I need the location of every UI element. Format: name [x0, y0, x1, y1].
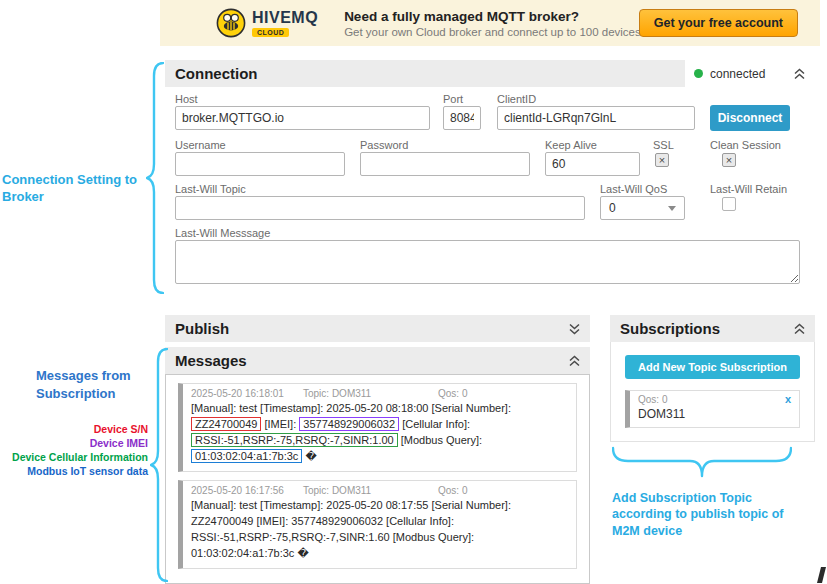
annotation-device-imei: Device IMEI [90, 437, 148, 449]
connection-section: Connection connected Host Port ClientID … [165, 60, 815, 292]
cellular-label-text: [Cellular Info]: [402, 418, 470, 430]
subscription-qos: Qos: 0 [638, 394, 667, 405]
banner-text: Need a fully managed MQTT broker? Get yo… [344, 9, 683, 38]
lastwill-message-label: Last-Will Messsage [175, 227, 270, 239]
clean-session-label: Clean Session [710, 139, 781, 151]
logo-text: HIVEMQ CLOUD [252, 10, 318, 37]
message-topic: Topic: DOM311 [303, 388, 438, 399]
collapse-connection-icon[interactable] [793, 68, 806, 80]
screen-edge-artifact [817, 567, 826, 583]
keepalive-label: Keep Alive [545, 139, 597, 151]
messages-title: Messages [175, 352, 247, 369]
annotation-messages-from-subscription: Messages from Subscription [36, 367, 136, 402]
message-meta: 2025-05-20 16:17:56 Topic: DOM311 Qos: 0 [191, 485, 568, 496]
password-input[interactable] [360, 152, 530, 176]
connection-status-text: connected [710, 67, 765, 81]
message-meta: 2025-05-20 16:18:01 Topic: DOM311 Qos: 0 [191, 388, 568, 399]
clientid-input[interactable] [497, 106, 695, 130]
ssl-label: SSL [653, 139, 674, 151]
message-item: 2025-05-20 16:17:56 Topic: DOM311 Qos: 0… [178, 480, 577, 569]
ssl-checkbox[interactable]: × [655, 153, 669, 167]
lastwill-qos-select[interactable]: 0 [600, 196, 685, 220]
messages-panel: 2025-05-20 16:18:01 Topic: DOM311 Qos: 0… [165, 374, 590, 584]
remove-subscription-icon[interactable]: x [785, 394, 791, 405]
port-label: Port [443, 93, 463, 105]
subscription-meta: Qos: 0 x [638, 394, 791, 405]
message-body: [Manual]: test [Timestamp]: 2025-05-20 0… [191, 401, 568, 465]
expand-publish-icon[interactable] [568, 323, 581, 335]
hivemq-banner: HIVEMQ CLOUD Need a fully managed MQTT b… [160, 0, 820, 46]
cloud-badge: CLOUD [252, 28, 289, 37]
messages-header: Messages [165, 347, 590, 374]
message-item: 2025-05-20 16:18:01 Topic: DOM311 Qos: 0… [178, 383, 577, 472]
subscription-item: Qos: 0 x DOM311 [625, 390, 800, 428]
annotation-device-sn: Device S/N [94, 423, 148, 435]
username-label: Username [175, 139, 226, 151]
publish-title: Publish [175, 320, 229, 337]
connection-header: Connection connected [165, 60, 815, 87]
device-serial-number: ZZ24700049 [191, 417, 261, 431]
add-subscription-button[interactable]: Add New Topic Subscription [625, 355, 800, 379]
host-label: Host [175, 93, 198, 105]
message-topic: Topic: DOM311 [303, 485, 438, 496]
clean-session-checkbox[interactable]: × [722, 153, 736, 167]
get-free-account-button[interactable]: Get your free account [639, 9, 798, 37]
connection-form: Host Port ClientID Disconnect Username P… [165, 87, 815, 292]
disconnect-button[interactable]: Disconnect [710, 105, 790, 131]
subscription-topic: DOM311 [638, 407, 791, 421]
keepalive-input[interactable] [545, 152, 640, 176]
hivemq-logo[interactable]: HIVEMQ CLOUD [216, 8, 318, 38]
messages-brace [150, 348, 168, 582]
lastwill-qos-label: Last-Will QoS [600, 183, 667, 195]
message-timestamp: 2025-05-20 16:17:56 [191, 485, 303, 496]
lastwill-message-textarea[interactable] [175, 240, 800, 284]
clientid-label: ClientID [497, 93, 536, 105]
annotation-connection-setting: Connection Setting to Broker [2, 172, 154, 206]
connected-dot-icon [694, 69, 703, 78]
annotation-add-subscription-topic: Add Subscription Topic according to publ… [612, 490, 812, 539]
imei-label-text: [IMEI]: [264, 418, 296, 430]
banner-headline: Need a fully managed MQTT broker? [344, 9, 683, 24]
collapse-messages-icon[interactable] [568, 355, 581, 367]
lastwill-retain-checkbox[interactable] [722, 197, 736, 211]
subscriptions-title: Subscriptions [620, 320, 720, 337]
annotation-device-cellular: Device Cellular Information [12, 451, 148, 463]
screen: HIVEMQ CLOUD Need a fully managed MQTT b… [0, 0, 827, 584]
host-input[interactable] [175, 106, 430, 130]
message-timestamp: 2025-05-20 16:18:01 [191, 388, 303, 399]
message-body: [Manual]: test [Timestamp]: 2025-05-20 0… [191, 498, 568, 562]
lastwill-topic-input[interactable] [175, 196, 585, 220]
device-cellular-value: RSSI:-51,RSRP:-75,RSRQ:-7,SINR:1.00 [191, 433, 398, 447]
password-label: Password [360, 139, 408, 151]
message-qos: Qos: 0 [438, 388, 467, 399]
subscription-underbrace [612, 446, 792, 480]
connection-status: connected [685, 60, 815, 87]
lastwill-qos-value: 0 [609, 201, 616, 215]
collapse-subscriptions-icon[interactable] [793, 323, 806, 335]
publish-header: Publish [165, 315, 590, 342]
connection-title: Connection [175, 65, 258, 82]
device-imei-value: 357748929006032 [299, 417, 399, 431]
bee-icon [216, 8, 246, 38]
connection-brace [146, 62, 164, 294]
subscriptions-header: Subscriptions [610, 315, 815, 342]
port-input[interactable] [443, 106, 481, 130]
lastwill-retain-label: Last-Will Retain [710, 183, 787, 195]
logo-wordmark: HIVEMQ [252, 10, 318, 26]
message-text-intro: [Manual]: test [Timestamp]: 2025-05-20 0… [191, 402, 511, 414]
username-input[interactable] [175, 152, 345, 176]
subscriptions-panel: Add New Topic Subscription Qos: 0 x DOM3… [610, 342, 815, 442]
dropdown-arrow-icon [668, 206, 676, 211]
banner-subtext: Get your own Cloud broker and connect up… [344, 26, 683, 38]
lastwill-topic-label: Last-Will Topic [175, 183, 246, 195]
message-tail: � [305, 450, 316, 462]
message-qos: Qos: 0 [438, 485, 467, 496]
annotation-modbus-data: Modbus IoT sensor data [27, 465, 148, 477]
modbus-data-value: 01:03:02:04:a1:7b:3c [191, 449, 302, 463]
modbus-label-text: [Modbus Query]: [401, 434, 482, 446]
